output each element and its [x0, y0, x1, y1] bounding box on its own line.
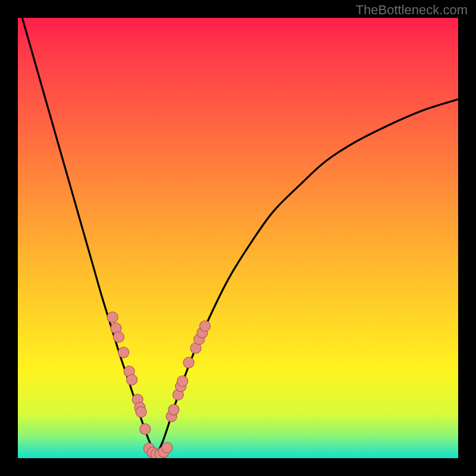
chart-svg — [18, 18, 458, 458]
dot-right — [183, 357, 194, 368]
chart-gradient-area — [18, 18, 458, 458]
dot-left — [118, 347, 129, 358]
dot-left — [136, 406, 146, 417]
curve-group — [22, 18, 458, 455]
curve-right-curve — [156, 99, 458, 455]
outer-frame: TheBottleneck.com — [0, 0, 476, 476]
dot-left — [113, 332, 124, 343]
dot-right — [177, 376, 188, 387]
dot-left — [127, 374, 137, 385]
dot-right — [200, 321, 211, 331]
dot-group — [107, 312, 210, 458]
dot-left — [107, 312, 118, 322]
dot-right — [168, 405, 179, 415]
curve-left-curve — [22, 18, 156, 455]
dot-bottom — [162, 442, 173, 453]
dot-left — [140, 424, 151, 434]
watermark-text: TheBottleneck.com — [356, 2, 468, 18]
